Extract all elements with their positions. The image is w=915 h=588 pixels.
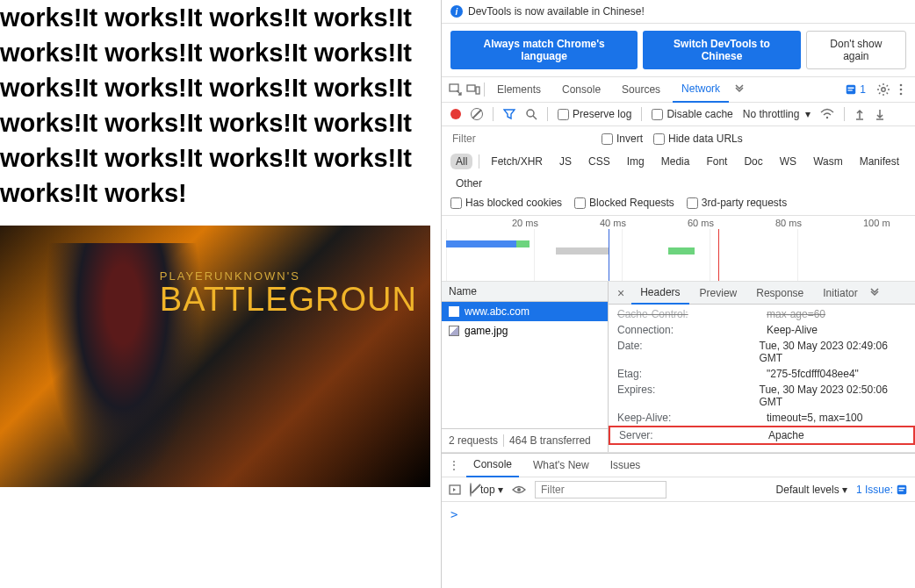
devtools-panel: i DevTools is now available in Chinese! …	[441, 0, 915, 588]
filter-img[interactable]: Img	[622, 154, 650, 169]
kebab-icon[interactable]	[894, 82, 908, 97]
more-tabs-icon[interactable]	[732, 82, 746, 97]
request-list-header[interactable]: Name	[442, 282, 608, 302]
log-levels-select[interactable]: Default levels ▾	[776, 484, 847, 496]
header-connection-value: Keep-Alive	[767, 324, 818, 336]
console-prompt[interactable]: >	[442, 502, 915, 527]
header-keepalive-key: Keep-Alive:	[617, 412, 767, 424]
request-name: game.jpg	[465, 325, 508, 337]
request-details: × Headers Preview Response Initiator Cac…	[609, 282, 915, 452]
switch-chinese-button[interactable]: Switch DevTools to Chinese	[643, 31, 800, 69]
context-select[interactable]: top ▾	[480, 484, 503, 496]
filter-ws[interactable]: WS	[775, 154, 802, 169]
filter-other[interactable]: Other	[450, 176, 487, 191]
blocked-requests-checkbox[interactable]: Blocked Requests	[574, 197, 674, 209]
header-connection-key: Connection:	[617, 324, 767, 336]
header-expires-key: Expires:	[617, 384, 760, 408]
filter-all[interactable]: All	[450, 154, 472, 169]
svg-point-8	[527, 110, 534, 117]
clear-icon[interactable]	[471, 108, 483, 120]
hide-data-urls-checkbox[interactable]: Hide data URLs	[653, 133, 743, 145]
disable-cache-checkbox[interactable]: Disable cache	[652, 108, 732, 120]
third-party-checkbox[interactable]: 3rd-party requests	[687, 197, 787, 209]
close-details-icon[interactable]: ×	[612, 286, 630, 300]
header-date-key: Date:	[617, 340, 760, 364]
svg-rect-2	[476, 87, 479, 94]
details-tab-headers[interactable]: Headers	[631, 282, 688, 305]
filter-manifest[interactable]: Manifest	[854, 154, 904, 169]
details-more-icon[interactable]	[868, 287, 881, 299]
blocked-cookies-checkbox[interactable]: Has blocked cookies	[450, 197, 562, 209]
svg-point-6	[900, 89, 903, 91]
game-title: BATTLEGROUN	[160, 283, 417, 316]
filter-font[interactable]: Font	[701, 154, 732, 169]
throttling-select[interactable]: No throttling ▾	[743, 108, 811, 120]
console-issue-link[interactable]: 1 Issue:	[856, 484, 908, 496]
details-tab-response[interactable]: Response	[747, 282, 812, 305]
console-filter-input[interactable]	[535, 481, 666, 498]
header-etag-key: Etag:	[617, 368, 767, 380]
console-sidebar-icon[interactable]	[449, 484, 461, 496]
header-server-value: Apache	[768, 429, 804, 441]
svg-rect-1	[467, 85, 475, 91]
tab-elements[interactable]: Elements	[488, 76, 550, 103]
drawer-tab-whatsnew[interactable]: What's New	[526, 454, 596, 477]
filter-fetch[interactable]: Fetch/XHR	[486, 154, 548, 169]
request-row-selected[interactable]: www.abc.com	[442, 302, 608, 321]
svg-point-11	[517, 488, 521, 491]
header-etag-value: "275-5fcdfff048ee4"	[767, 368, 859, 380]
page-heading-text: works!It works!It works!It works!It work…	[0, 0, 441, 211]
header-keepalive-value: timeout=5, max=100	[767, 412, 862, 424]
device-icon[interactable]	[466, 82, 480, 97]
tick-40ms: 40 ms	[600, 218, 626, 228]
request-name: www.abc.com	[465, 305, 530, 318]
settings-icon[interactable]	[876, 82, 890, 97]
drawer-tab-issues[interactable]: Issues	[603, 454, 648, 477]
svg-point-4	[882, 88, 885, 91]
always-match-button[interactable]: Always match Chrome's language	[450, 31, 638, 69]
tab-sources[interactable]: Sources	[613, 76, 669, 103]
request-row[interactable]: game.jpg	[442, 321, 608, 341]
search-icon[interactable]	[525, 108, 537, 120]
filter-doc[interactable]: Doc	[738, 154, 767, 169]
details-tab-preview[interactable]: Preview	[691, 282, 746, 305]
filter-icon[interactable]	[503, 108, 515, 120]
console-clear-icon[interactable]	[470, 484, 472, 496]
network-filter-input[interactable]	[450, 129, 591, 148]
tick-80ms: 80 ms	[775, 218, 802, 228]
header-server-key: Server:	[619, 429, 768, 441]
header-date-value: Tue, 30 May 2023 02:49:06 GMT	[760, 340, 907, 364]
timeline-overview[interactable]: 20 ms 40 ms 60 ms 80 ms 100 m	[442, 216, 915, 282]
svg-rect-3	[847, 85, 856, 95]
tab-network[interactable]: Network	[673, 76, 729, 103]
preserve-log-checkbox[interactable]: Preserve log	[558, 108, 631, 120]
drawer-tab-console[interactable]: Console	[466, 454, 519, 477]
invert-checkbox[interactable]: Invert	[602, 133, 643, 145]
tick-60ms: 60 ms	[688, 218, 714, 228]
image-icon	[449, 326, 459, 336]
notice-text: DevTools is now available in Chinese!	[468, 5, 645, 18]
live-expression-icon[interactable]	[512, 484, 526, 495]
issues-indicator[interactable]: 1	[845, 83, 866, 96]
document-icon	[449, 306, 459, 317]
svg-rect-12	[897, 484, 907, 494]
upload-icon[interactable]	[854, 108, 865, 120]
request-status-bar: 2 requests 464 B transferred	[442, 428, 608, 452]
filter-css[interactable]: CSS	[583, 154, 616, 169]
drawer-kebab-icon[interactable]: ⋮	[449, 459, 459, 471]
game-jpg-image: PLAYERUNKNOWN'S BATTLEGROUN	[0, 226, 430, 487]
wifi-icon[interactable]	[820, 108, 834, 120]
filter-wasm[interactable]: Wasm	[808, 154, 848, 169]
info-icon: i	[450, 5, 463, 18]
header-expires-value: Tue, 30 May 2023 02:50:06 GMT	[760, 384, 907, 408]
tick-100ms: 100 m	[863, 218, 890, 228]
inspect-icon[interactable]	[449, 82, 463, 97]
record-icon[interactable]	[450, 109, 461, 119]
filter-js[interactable]: JS	[554, 154, 577, 169]
dont-show-again-button[interactable]: Don't show again	[806, 31, 906, 69]
tick-20ms: 20 ms	[512, 218, 538, 228]
details-tab-initiator[interactable]: Initiator	[814, 282, 866, 305]
filter-media[interactable]: Media	[656, 154, 695, 169]
tab-console[interactable]: Console	[553, 76, 609, 103]
download-icon[interactable]	[875, 108, 885, 120]
